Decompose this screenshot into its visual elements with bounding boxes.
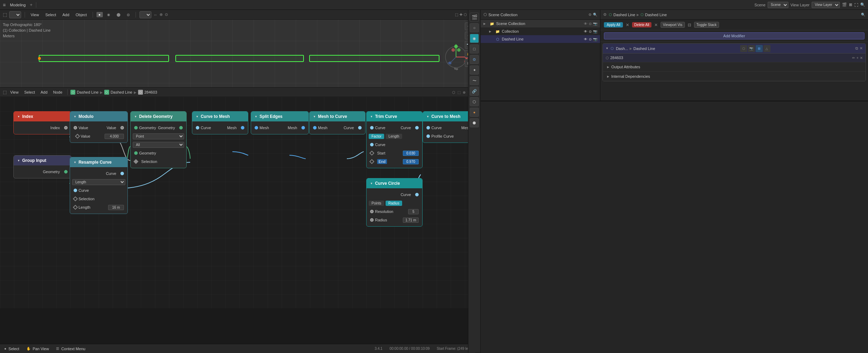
view-layer-select[interactable]: View Layer (812, 2, 840, 8)
snap-ned-icon[interactable]: ⊕ (463, 90, 466, 94)
tree-eye-sc[interactable]: 👁 (584, 22, 587, 26)
search-global-icon[interactable]: 🔍 (860, 2, 865, 7)
tb-particles-icon[interactable]: ✦ (470, 65, 479, 75)
socket-tc-curve-in2[interactable] (370, 143, 374, 146)
pb-item1[interactable]: Dashed Line (613, 13, 635, 17)
vv-icon[interactable]: ⊟ (688, 23, 691, 27)
socket-mod-val-out[interactable] (120, 126, 124, 130)
render-mode-btn[interactable]: ◍ (125, 12, 132, 17)
tree-collection[interactable]: ▶ 📁 Collection 👁 ⊙ 📷 (481, 27, 600, 35)
mod-edit2-icon[interactable]: ✏ (852, 56, 855, 60)
node-cc-res-value[interactable]: 5 (408, 209, 419, 214)
output-attrs-header[interactable]: ▶ Output Attributes (603, 62, 866, 71)
proportional-icon[interactable]: ⊙ (165, 12, 168, 17)
render-icon[interactable]: 🎬 (842, 2, 847, 7)
node-dg-point-select[interactable]: Point (133, 133, 184, 139)
overlay-ned-icon[interactable]: ⬚ (457, 90, 461, 94)
tb-render-icon[interactable]: 🎬 (470, 13, 479, 22)
socket-ctm1-curve-in[interactable] (196, 126, 199, 130)
solid-mode-btn[interactable]: ● (96, 12, 103, 17)
material-mode-btn[interactable]: ⬤ (114, 12, 123, 17)
mod-dl-up-icon[interactable]: ✕ (860, 46, 863, 51)
tree-rend-sc[interactable]: 📷 (593, 22, 597, 26)
socket-index-out[interactable] (64, 126, 68, 130)
node-tc-collapse[interactable]: ▼ (370, 115, 373, 118)
tb-material-icon[interactable]: ● (470, 108, 479, 117)
socket-mod-val-in[interactable] (74, 126, 77, 130)
internal-deps-header[interactable]: ▶ Internal Dependencies (603, 72, 866, 81)
tb-view-icon[interactable]: ◉ (470, 34, 479, 43)
socket-tc-curve-in[interactable] (370, 126, 374, 130)
node-split-edges[interactable]: ▼ Split Edges Mesh Mesh (251, 111, 309, 134)
mod-unlink-icon[interactable]: ✕ (860, 56, 863, 60)
mod-dl-bc2[interactable]: Dashed Line (633, 46, 655, 51)
ned-add[interactable]: Add (38, 89, 50, 95)
tree-cam-col[interactable]: ⊙ (589, 30, 592, 33)
mod-realtime-icon[interactable]: ⬡ (740, 45, 747, 52)
node-tc-factor-btn[interactable]: Factor (369, 134, 384, 139)
delete-all-btn[interactable]: Delete All (632, 22, 651, 27)
node-trim-curve[interactable]: ▼ Trim Curve Curve Curve Factor Length C… (366, 111, 423, 168)
apply-all-btn[interactable]: Apply All (604, 22, 623, 27)
node-mod-collapse[interactable]: ▼ (74, 115, 76, 118)
node-ctm2-collapse[interactable]: ▼ (426, 115, 429, 118)
node-curve-to-mesh-1[interactable]: ▼ Curve to Mesh Curve Mesh (192, 111, 248, 134)
node-rc-collapse[interactable]: ▼ (74, 161, 76, 164)
breadcrumb-item-3[interactable]: 284603 (144, 90, 157, 94)
view-menu[interactable]: View (29, 12, 41, 18)
node-se-collapse[interactable]: ▼ (255, 115, 257, 118)
blender-menu-icon[interactable]: ≡ (3, 2, 6, 8)
add-workspace-btn[interactable]: + (30, 2, 33, 7)
tb-physics-icon[interactable]: 〜 (470, 76, 479, 85)
object-mode-select[interactable]: Object Mode (9, 11, 21, 18)
socket-rc-curve-out[interactable] (120, 172, 124, 175)
socket-se-mesh-in[interactable] (255, 126, 258, 130)
node-resample-curve[interactable]: ▼ Resample Curve Curve Length Curve (70, 157, 128, 214)
tb-object-icon[interactable]: □ (470, 44, 479, 53)
apply-all-x[interactable]: ✕ (626, 23, 629, 27)
socket-rc-curve-in[interactable] (74, 189, 77, 192)
mod-dl-expand[interactable]: ▼ (606, 47, 608, 50)
tree-rend-col[interactable]: 📷 (593, 30, 597, 33)
tb-modifier-icon[interactable]: ⚙ (470, 55, 479, 64)
socket-dg-geo-in2[interactable] (134, 151, 138, 155)
node-rc-dropdown[interactable]: Length (72, 179, 125, 185)
add-modifier-btn[interactable]: Add Modifier (604, 32, 864, 39)
socket-dg-geo-out[interactable] (179, 126, 183, 130)
props-search-icon[interactable]: 🔍 (861, 13, 865, 17)
tree-cam-sc[interactable]: ⊙ (589, 22, 592, 26)
tree-eye-dl[interactable]: 👁 (584, 37, 587, 41)
socket-se-mesh-out[interactable] (301, 126, 305, 130)
node-index[interactable]: ▼ Index Index (13, 111, 71, 134)
add-menu[interactable]: Add (60, 12, 71, 18)
global-select[interactable]: Global (139, 11, 151, 18)
node-curve-circle[interactable]: ▼ Curve Circle Curve Points Radius Resol… (366, 178, 423, 227)
node-cc-collapse[interactable]: ▼ (370, 182, 373, 185)
transform-icon[interactable]: ↔ (154, 13, 157, 17)
tree-rend-dl[interactable]: 📷 (593, 37, 597, 41)
workspace-tab-modeling[interactable]: Modeling (8, 2, 28, 8)
mod-render-icon[interactable]: 📷 (748, 45, 755, 52)
breadcrumb-item-1[interactable]: Dashed Line (77, 90, 99, 94)
socket-cc-res[interactable] (370, 210, 374, 213)
scene-select[interactable]: Scene (768, 2, 788, 8)
object-menu[interactable]: Object (74, 12, 89, 18)
socket-dg-geo-in[interactable] (134, 126, 138, 130)
node-tc-start-value[interactable]: 0.030 (403, 151, 419, 156)
socket-gi-geo-out[interactable] (64, 170, 68, 174)
tree-dashed-line[interactable]: ⬡ Dashed Line 👁 ⊙ 📷 (481, 35, 600, 43)
node-cc-points-btn[interactable]: Points (369, 201, 384, 206)
viewport-vis-btn[interactable]: Viewport Vis (661, 22, 685, 28)
editor-type-icon[interactable]: ⊞ (849, 2, 852, 7)
toggle-stack-btn[interactable]: Toggle Stack (694, 22, 719, 28)
socket-cc-rad[interactable] (370, 218, 374, 222)
ned-select[interactable]: Select (22, 89, 37, 95)
mod-dl-copy-icon[interactable]: ⧉ (855, 46, 858, 51)
socket-m2c-curve-out[interactable] (358, 126, 362, 130)
tb-data-icon[interactable]: ⬡ (470, 97, 479, 106)
socket-m2c-mesh-in[interactable] (313, 126, 317, 130)
viewport-3d[interactable]: Top Orthographic 180° (1) Collection | D… (0, 20, 475, 97)
node-canvas[interactable]: ▼ Index Index ▼ Group Input Geometry ▼ M… (0, 97, 475, 308)
node-group-input[interactable]: ▼ Group Input Geometry (13, 155, 71, 178)
node-dg-collapse[interactable]: ▼ (134, 115, 137, 118)
